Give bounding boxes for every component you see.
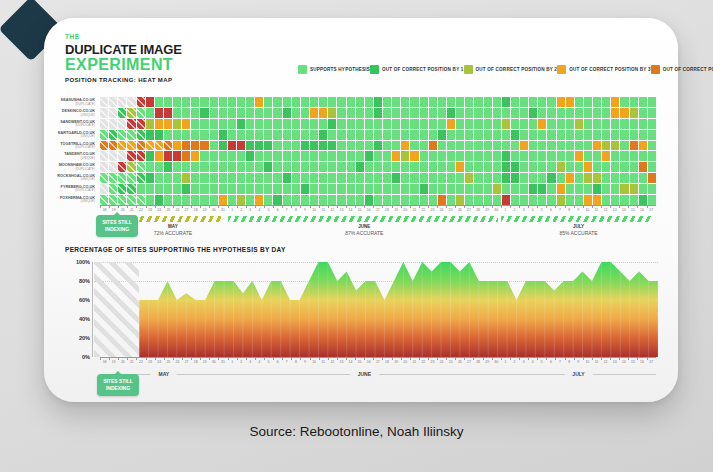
heatmap-cell (310, 97, 318, 107)
day-tick: 11 (592, 206, 601, 215)
heatmap-cell (164, 130, 172, 140)
heatmap-cell (210, 130, 218, 140)
heatmap-cell (200, 141, 208, 151)
heatmap-cell (493, 119, 501, 129)
heatmap-cell (511, 97, 519, 107)
heatmap-cell (529, 173, 537, 183)
heatmap-cell (538, 184, 546, 194)
heatmap-cell (264, 130, 272, 140)
heatmap-cell (410, 141, 418, 151)
heatmap-cell (264, 108, 272, 118)
heatmap-cell (182, 151, 190, 161)
day-tick: 24 (155, 358, 164, 367)
heatmap-cell (547, 119, 555, 129)
heatmap-cell (100, 184, 108, 194)
heatmap-cell (438, 119, 446, 129)
heatmap-cell (465, 141, 473, 151)
day-tick: 9 (300, 358, 309, 367)
day-tick: 16 (364, 358, 373, 367)
day-tick: 9 (300, 206, 309, 215)
heatmap-cell (109, 119, 117, 129)
heatmap-cell (630, 141, 638, 151)
heatmap-cell (319, 162, 327, 172)
heatmap-cell (584, 173, 592, 183)
day-tick: 5 (537, 358, 546, 367)
day-tick: 28 (191, 358, 200, 367)
heatmap-cell (484, 195, 492, 205)
heatmap-cell (456, 97, 464, 107)
heatmap-cell (502, 108, 510, 118)
heatmap-cell (383, 173, 391, 183)
heatmap-cell (292, 130, 300, 140)
heatmap-cell (109, 108, 117, 118)
heatmap-cell (484, 184, 492, 194)
heatmap-cell (392, 184, 400, 194)
heatmap-cell (447, 184, 455, 194)
heatmap-cell (155, 108, 163, 118)
day-tick: 26 (455, 206, 464, 215)
heatmap-cell (182, 130, 190, 140)
heatmap-cell (182, 119, 190, 129)
heatmap-cell (456, 130, 464, 140)
day-tick: 18 (100, 206, 109, 215)
heatmap-cell (283, 184, 291, 194)
heatmap-cell (109, 130, 117, 140)
heatmap-cell (365, 141, 373, 151)
heatmap-cell (429, 195, 437, 205)
day-tick: 3 (519, 206, 528, 215)
heatmap-cell (593, 195, 601, 205)
heatmap-cell (575, 184, 583, 194)
heatmap-cell (164, 108, 172, 118)
heatmap-cell (410, 151, 418, 161)
heatmap-cell (137, 108, 145, 118)
heatmap-cell (292, 119, 300, 129)
day-tick: 13 (610, 206, 619, 215)
day-tick: 16 (637, 358, 646, 367)
heatmap-cell (255, 151, 263, 161)
heatmap-cell (109, 195, 117, 205)
heatmap-cell (127, 162, 135, 172)
heatmap-cell (529, 108, 537, 118)
heatmap-cell (283, 195, 291, 205)
heatmap-cell (127, 141, 135, 151)
heatmap-cell (356, 184, 364, 194)
heatmap-cell (547, 195, 555, 205)
legend-item: OUT OF CORRECT POSITION BY 1 (370, 65, 464, 74)
heatmap-cell (547, 108, 555, 118)
heatmap-cell (109, 151, 117, 161)
heatmap-cell (410, 130, 418, 140)
heatmap-cell (328, 195, 336, 205)
heatmap-cell (283, 151, 291, 161)
heatmap-cell (219, 130, 227, 140)
heatmap-cell (273, 151, 281, 161)
heatmap-cell (511, 195, 519, 205)
heatmap-cell (219, 195, 227, 205)
heatmap-cell (630, 173, 638, 183)
heatmap-cell (493, 130, 501, 140)
heatmap-cell (127, 108, 135, 118)
heatmap-cell (383, 141, 391, 151)
heatmap-cell (365, 162, 373, 172)
heatmap-cell (429, 162, 437, 172)
day-tick: 2 (237, 206, 246, 215)
heatmap-cell (255, 141, 263, 151)
day-tick: 15 (355, 358, 364, 367)
day-tick: 21 (127, 358, 136, 367)
heatmap-cell (109, 184, 117, 194)
day-tick: 28 (191, 206, 200, 215)
heatmap-cell (511, 119, 519, 129)
day-tick: 14 (346, 358, 355, 367)
heatmap-cell (292, 184, 300, 194)
heatmap-cell (246, 130, 254, 140)
heatmap-cell (575, 162, 583, 172)
day-tick: 18 (100, 358, 109, 367)
heatmap-cell (566, 184, 574, 194)
heatmap-cell (420, 130, 428, 140)
heatmap-cell (137, 141, 145, 151)
chart-month-label: JUNE (350, 370, 379, 379)
heatmap-cell (374, 151, 382, 161)
heatmap-cell (264, 162, 272, 172)
header: THE DUPLICATE IMAGE EXPERIMENT POSITION … (65, 34, 182, 83)
heatmap-cell (438, 162, 446, 172)
heatmap-cell (237, 141, 245, 151)
